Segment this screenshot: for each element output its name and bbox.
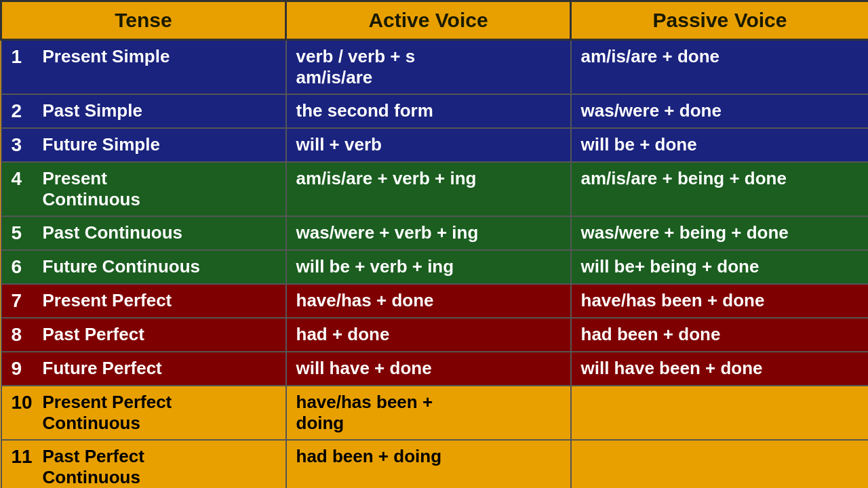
table-row: 1Present Simpleverb / verb + sam/is/area… xyxy=(1,40,869,95)
tense-cell: 10Present PerfectContinuous xyxy=(1,386,286,440)
row-number: 5 xyxy=(12,222,36,244)
table-row: 7Present Perfecthave/has + donehave/has … xyxy=(1,284,869,318)
tense-name: PresentContinuous xyxy=(43,168,140,210)
table-row: 2Past Simplethe second formwas/were + do… xyxy=(1,94,869,128)
row-number: 3 xyxy=(12,134,36,156)
tense-name: Present PerfectContinuous xyxy=(43,392,172,434)
tense-name: Future Continuous xyxy=(43,256,201,277)
tense-table: Tense Active Voice Passive Voice 1Presen… xyxy=(0,0,868,488)
table-row: 4PresentContinuousam/is/are + verb + ing… xyxy=(1,162,869,216)
passive-voice-cell xyxy=(571,440,869,488)
active-voice-cell: will have + done xyxy=(286,352,571,386)
tense-cell: 8Past Perfect xyxy=(1,318,286,352)
active-voice-cell: will be + verb + ing xyxy=(286,250,571,284)
passive-voice-cell: am/is/are + done xyxy=(571,40,869,95)
passive-voice-cell: was/were + done xyxy=(571,94,869,128)
table-row: 5Past Continuouswas/were + verb + ingwas… xyxy=(1,216,869,250)
header-passive: Passive Voice xyxy=(571,1,869,40)
tense-cell: 6Future Continuous xyxy=(1,250,286,284)
tense-name: Future Simple xyxy=(43,134,160,155)
header-active: Active Voice xyxy=(286,1,571,40)
tense-name: Present Perfect xyxy=(43,290,172,311)
row-number: 10 xyxy=(12,392,36,413)
row-number: 11 xyxy=(12,446,36,468)
tense-cell: 4PresentContinuous xyxy=(1,162,286,216)
tense-cell: 1Present Simple xyxy=(1,40,286,95)
active-voice-cell: am/is/are + verb + ing xyxy=(286,162,571,216)
tense-cell: 3Future Simple xyxy=(1,128,286,162)
table-row: 3Future Simplewill + verbwill be + done xyxy=(1,128,869,162)
passive-voice-cell: will have been + done xyxy=(571,352,869,386)
table-row: 9Future Perfectwill have + donewill have… xyxy=(1,352,869,386)
passive-voice-cell xyxy=(571,386,869,440)
table-row: 11Past PerfectContinuoushad been + doing xyxy=(1,440,869,488)
passive-voice-cell: will be+ being + done xyxy=(571,250,869,284)
row-number: 7 xyxy=(12,290,36,312)
tense-cell: 7Present Perfect xyxy=(1,284,286,318)
active-voice-cell: have/has been +doing xyxy=(286,386,571,440)
tense-cell: 11Past PerfectContinuous xyxy=(1,440,286,488)
tense-name: Past Simple xyxy=(43,100,142,121)
active-voice-cell: have/has + done xyxy=(286,284,571,318)
row-number: 6 xyxy=(12,256,36,278)
active-voice-cell: the second form xyxy=(286,94,571,128)
tense-name: Past PerfectContinuous xyxy=(43,446,144,488)
passive-voice-cell: am/is/are + being + done xyxy=(571,162,869,216)
passive-voice-cell: was/were + being + done xyxy=(571,216,869,250)
tense-name: Past Perfect xyxy=(43,324,144,345)
active-voice-cell: was/were + verb + ing xyxy=(286,216,571,250)
row-number: 2 xyxy=(12,100,36,122)
active-voice-cell: will + verb xyxy=(286,128,571,162)
header-tense: Tense xyxy=(1,1,286,40)
passive-voice-cell: had been + done xyxy=(571,318,869,352)
active-voice-cell: had been + doing xyxy=(286,440,571,488)
active-voice-cell: verb / verb + sam/is/are xyxy=(286,40,571,95)
row-number: 9 xyxy=(12,358,36,380)
row-number: 4 xyxy=(12,168,36,190)
tense-name: Past Continuous xyxy=(43,222,183,243)
row-number: 1 xyxy=(12,46,36,68)
passive-voice-cell: will be + done xyxy=(571,128,869,162)
row-number: 8 xyxy=(12,324,36,346)
active-voice-cell: had + done xyxy=(286,318,571,352)
passive-voice-cell: have/has been + done xyxy=(571,284,869,318)
tense-cell: 2Past Simple xyxy=(1,94,286,128)
table-row: 8Past Perfecthad + donehad been + done xyxy=(1,318,869,352)
tense-name: Future Perfect xyxy=(43,358,162,379)
tense-cell: 5Past Continuous xyxy=(1,216,286,250)
tense-cell: 9Future Perfect xyxy=(1,352,286,386)
table-row: 6Future Continuouswill be + verb + ingwi… xyxy=(1,250,869,284)
tense-name: Present Simple xyxy=(43,46,170,67)
table-row: 10Present PerfectContinuoushave/has been… xyxy=(1,386,869,440)
